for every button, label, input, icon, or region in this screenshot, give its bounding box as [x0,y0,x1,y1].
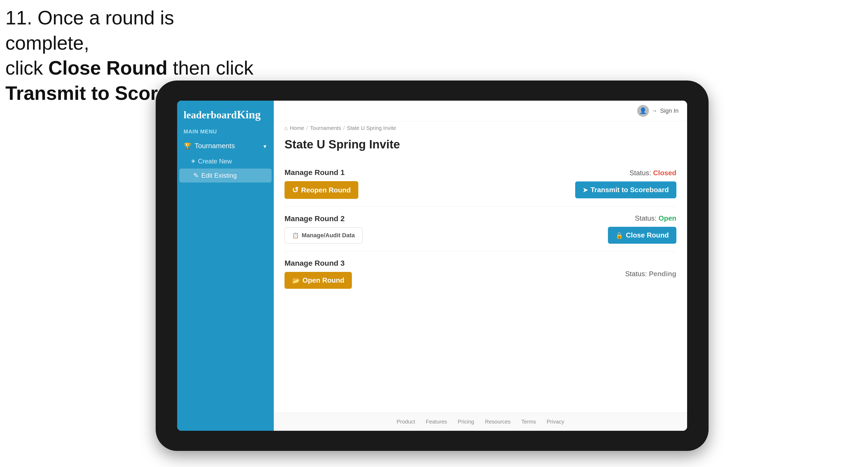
footer: Product Features Pricing Resources Terms… [274,412,687,431]
round-2-section: Manage Round 2 Manage/Audit Data Status:… [284,207,676,251]
footer-privacy[interactable]: Privacy [547,419,564,425]
round-2-right: Status: Open Close Round [608,214,676,244]
round-3-left: Manage Round 3 Open Round [284,259,352,289]
round-2-title: Manage Round 2 [284,214,363,223]
home-icon [284,125,288,131]
round-1-status: Status: Closed [629,169,676,177]
tablet-shell: leaderboardKing MAIN MENU Tournaments Cr… [156,81,709,451]
avatar-icon: 👤 [639,107,647,114]
sidebar-item-create-new[interactable]: Create New [177,154,274,168]
sidebar-menu-label: MAIN MENU [177,126,274,138]
user-avatar: 👤 [637,105,649,117]
breadcrumb-home[interactable]: Home [290,125,304,131]
sign-in-button[interactable]: 👤 Sign In [637,105,679,117]
chevron-down-icon [262,142,267,150]
sidebar-item-edit-existing[interactable]: Edit Existing [179,168,272,183]
open-round-label: Open Round [303,276,344,284]
breadcrumb: Home / Tournaments / State U Spring Invi… [274,121,687,135]
sidebar-tournaments-label: Tournaments [194,142,235,150]
signin-icon [652,107,658,114]
transmit-to-scoreboard-button[interactable]: Transmit to Scoreboard [575,181,676,198]
status-pending-badge: Pending [649,270,676,278]
plus-icon [191,157,195,165]
sidebar: leaderboardKing MAIN MENU Tournaments Cr… [177,101,274,431]
round-1-right: Status: Closed Transmit to Scoreboard [575,169,676,198]
signin-label: Sign In [660,107,679,114]
transmit-label: Transmit to Scoreboard [590,186,669,194]
create-new-label: Create New [198,158,232,165]
sidebar-logo: leaderboardKing [177,101,274,126]
reopen-round-button[interactable]: Reopen Round [284,181,358,199]
footer-terms[interactable]: Terms [521,419,536,425]
topbar: 👤 Sign In [274,101,687,121]
page-title: State U Spring Invite [284,138,676,151]
main-content: 👤 Sign In Home / Tournaments / State U S… [274,101,687,431]
round-2-left: Manage Round 2 Manage/Audit Data [284,214,363,243]
trophy-icon [184,142,191,150]
footer-resources[interactable]: Resources [485,419,511,425]
app-layout: leaderboardKing MAIN MENU Tournaments Cr… [177,101,687,431]
close-round-icon [615,231,623,240]
edit-icon [193,172,198,179]
open-round-button[interactable]: Open Round [284,272,352,289]
breadcrumb-current: State U Spring Invite [347,125,396,131]
round-1-section: Manage Round 1 Reopen Round Status: Clos… [284,161,676,207]
round-3-title: Manage Round 3 [284,259,352,268]
manage-audit-button[interactable]: Manage/Audit Data [284,227,363,243]
edit-existing-label: Edit Existing [201,172,237,179]
round-3-right: Status: Pending [625,270,676,278]
footer-product[interactable]: Product [397,419,415,425]
reopen-round-label: Reopen Round [301,186,351,194]
reopen-icon [292,185,299,195]
footer-features[interactable]: Features [426,419,447,425]
breadcrumb-tournaments[interactable]: Tournaments [310,125,341,131]
logo-text-bold: King [237,108,260,121]
round-2-status: Status: Open [635,214,676,222]
manage-audit-label: Manage/Audit Data [302,232,355,239]
transmit-icon [583,186,588,194]
logo-text-normal: leaderboard [184,109,237,121]
footer-pricing[interactable]: Pricing [458,419,474,425]
round-3-status: Status: Pending [625,270,676,278]
round-1-left: Manage Round 1 Reopen Round [284,168,358,199]
close-round-button[interactable]: Close Round [608,227,676,244]
round-1-title: Manage Round 1 [284,168,358,177]
sidebar-item-tournaments[interactable]: Tournaments [177,138,274,154]
page-content: State U Spring Invite Manage Round 1 Reo… [274,135,687,412]
status-closed-badge: Closed [653,169,676,177]
round-3-section: Manage Round 3 Open Round Status: Pendin… [284,251,676,296]
tablet-screen: leaderboardKing MAIN MENU Tournaments Cr… [177,101,687,431]
audit-icon [292,232,299,239]
open-round-icon [292,276,300,284]
close-round-label: Close Round [626,231,669,240]
status-open-badge: Open [659,214,676,222]
